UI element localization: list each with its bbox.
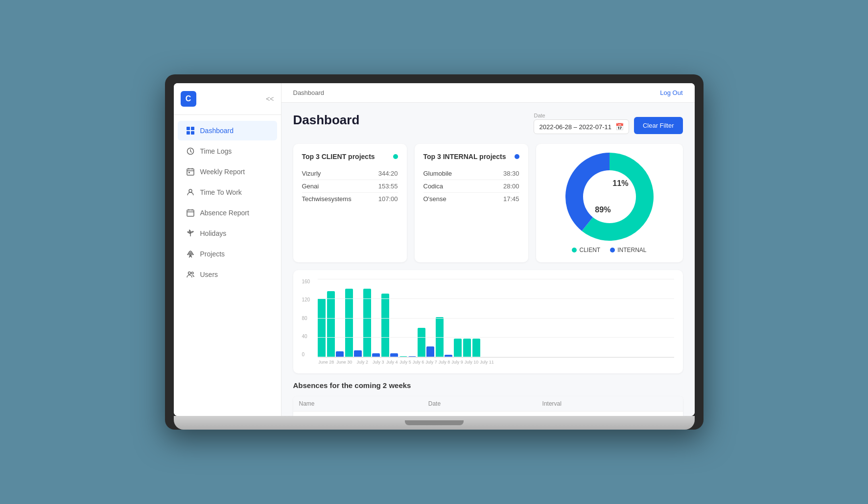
grid-icon — [186, 126, 195, 136]
bar-group-july7 — [463, 339, 471, 357]
sidebar-nav: Dashboard Time Logs — [174, 115, 281, 416]
x-label: July 6 — [413, 360, 424, 365]
sidebar-item-label: Absence Report — [200, 209, 249, 217]
logout-button[interactable]: Log Out — [660, 89, 682, 96]
client-project-time: 107:00 — [378, 195, 398, 203]
x-label: July 10 — [465, 360, 479, 365]
sidebar-item-label: Time Logs — [200, 147, 232, 155]
calendar-icon — [186, 167, 195, 177]
internal-project-time: 28:00 — [503, 183, 519, 190]
client-dot — [393, 154, 398, 159]
chart-inner: June 28 June 30 July 2 July 3 July 4 Jul… — [318, 279, 674, 365]
x-label: July 8 — [439, 360, 450, 365]
bar-blue — [336, 351, 344, 357]
app-logo: C — [181, 91, 196, 107]
bar-green — [472, 339, 480, 357]
pie-chart-svg: 11% 89% — [565, 153, 654, 241]
internal-project-name: Codica — [423, 183, 443, 190]
sidebar-item-label: Time To Work — [200, 188, 242, 196]
internal-project-time: 38:30 — [503, 170, 519, 177]
date-label: Date — [534, 113, 629, 118]
bar-green — [399, 356, 407, 357]
date-input-wrapper: Date 2022-06-28 – 2022-07-11 📅 — [534, 113, 629, 134]
internal-card-header: Top 3 INTERNAL projects — [423, 153, 519, 160]
client-card-header: Top 3 CLIENT projects — [302, 153, 398, 160]
bar-group-july3 — [363, 289, 380, 357]
sidebar-item-label: Users — [200, 271, 218, 278]
bars-container — [318, 279, 674, 357]
x-label: July 3 — [372, 360, 384, 365]
pie-chart-card: 11% 89% CLIENT INTERNAL — [536, 144, 683, 262]
x-label: July 5 — [399, 360, 411, 365]
legend-client-label: CLIENT — [579, 247, 600, 253]
internal-project-name: Glumobile — [423, 170, 452, 177]
sidebar-item-absence-report[interactable]: Absence Report — [178, 203, 277, 223]
sidebar-item-users[interactable]: Users — [178, 265, 277, 284]
main-content: Dashboard Log Out Dashboard Date 2022-06… — [282, 83, 695, 416]
sidebar-item-holidays[interactable]: Holidays — [178, 224, 277, 243]
client-projects-card: Top 3 CLIENT projects Vizurly 344:20 Gen… — [293, 144, 407, 262]
absences-col-name: Name — [293, 396, 422, 412]
client-project-row-1: Vizurly 344:20 — [302, 167, 398, 180]
bar-group-july2 — [345, 289, 362, 357]
bar-group-july5b — [436, 317, 452, 357]
internal-project-row-1: Glumobile 38:30 — [423, 167, 519, 180]
x-label: July 9 — [451, 360, 463, 365]
bar-green — [381, 294, 389, 357]
sidebar-item-time-logs[interactable]: Time Logs — [178, 141, 277, 161]
sidebar-item-projects[interactable]: Projects — [178, 244, 277, 264]
bar-green — [327, 291, 335, 357]
collapse-button[interactable]: << — [266, 95, 274, 103]
internal-projects-card: Top 3 INTERNAL projects Glumobile 38:30 … — [415, 144, 528, 262]
laptop-frame: C << Dashboard — [165, 74, 704, 430]
svg-text:89%: 89% — [595, 205, 610, 214]
bar-green — [436, 317, 444, 357]
x-label: June 28 — [318, 360, 334, 365]
sidebar-header: C << — [174, 83, 281, 115]
pie-legend: CLIENT INTERNAL — [572, 247, 646, 253]
bar-blue — [372, 353, 380, 357]
bar-green — [363, 289, 371, 357]
bar-green — [482, 357, 490, 357]
svg-rect-11 — [187, 210, 194, 216]
bar-group-july6 — [454, 339, 462, 357]
absences-table: Name Date Interval — [293, 396, 683, 412]
bar-group-july11 — [500, 357, 508, 357]
clear-filter-button[interactable]: Clear Filter — [634, 117, 683, 134]
legend-client-dot — [572, 248, 577, 252]
sidebar-item-time-to-work[interactable]: Time To Work — [178, 183, 277, 202]
x-label: July 4 — [386, 360, 398, 365]
bar-group-july8 — [472, 339, 480, 357]
bar-green — [463, 339, 471, 357]
bar-group-june28 — [318, 298, 326, 357]
sidebar-item-label: Dashboard — [200, 127, 234, 135]
svg-text:11%: 11% — [612, 179, 628, 187]
internal-project-row-3: O'sense 17:45 — [423, 193, 519, 205]
internal-project-name: O'sense — [423, 195, 446, 203]
svg-rect-5 — [187, 169, 194, 175]
internal-card-title: Top 3 INTERNAL projects — [423, 153, 506, 160]
legend-internal-dot — [610, 248, 615, 252]
bar-blue — [426, 346, 434, 357]
absences-col-date: Date — [422, 396, 537, 412]
bar-group-july9 — [482, 357, 490, 357]
date-input-box[interactable]: 2022-06-28 – 2022-07-11 📅 — [534, 119, 629, 134]
sidebar-item-weekly-report[interactable]: Weekly Report — [178, 162, 277, 182]
laptop-screen: C << Dashboard — [174, 83, 695, 416]
client-project-time: 153:55 — [378, 183, 398, 190]
page-header: Dashboard Date 2022-06-28 – 2022-07-11 📅… — [293, 113, 683, 134]
bar-group-july5 — [399, 356, 416, 357]
bar-green — [491, 357, 499, 357]
sidebar-item-dashboard[interactable]: Dashboard — [178, 121, 277, 140]
legend-client: CLIENT — [572, 247, 600, 253]
date-value: 2022-06-28 – 2022-07-11 — [539, 123, 611, 131]
svg-point-15 — [189, 252, 191, 254]
svg-point-16 — [188, 272, 190, 275]
laptop-base — [174, 416, 695, 430]
absences-title: Absences for the coming 2 weeks — [293, 381, 683, 389]
absences-section: Absences for the coming 2 weeks Name Dat… — [293, 381, 683, 416]
legend-internal-label: INTERNAL — [617, 247, 646, 253]
bar-chart-card: 0 40 80 120 160 — [293, 270, 683, 373]
client-project-row-2: Genai 153:55 — [302, 180, 398, 193]
absences-col-interval: Interval — [537, 396, 683, 412]
